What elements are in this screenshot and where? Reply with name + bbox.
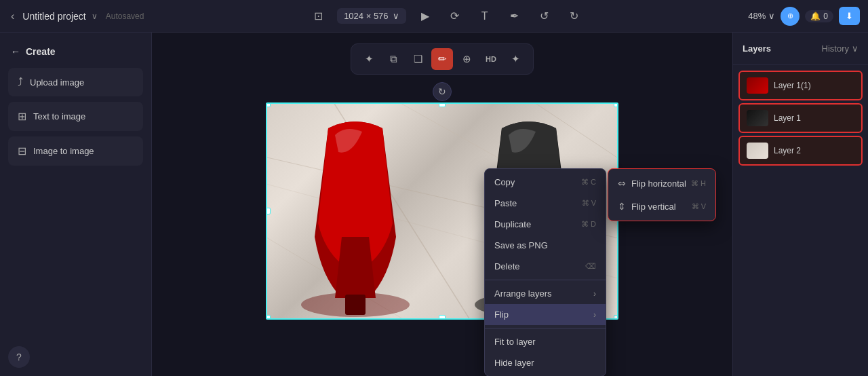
undo-icon[interactable]: ↺ [534, 5, 555, 27]
handle-top-left[interactable] [266, 102, 271, 107]
hd-tool[interactable]: HD [480, 48, 502, 70]
notif-count: 0 [823, 12, 828, 21]
create-label: Create [26, 46, 56, 57]
handle-top-center[interactable] [439, 102, 446, 107]
flip-vertical[interactable]: ⇕ Flip vertical ⌘ V [608, 195, 715, 218]
menu-divider-2 [485, 328, 606, 328]
main-area: ← Create ⤴ Upload image ⊞ Text to image … [0, 33, 868, 376]
topbar: ‹ Untitled project ∨ Autosaved ⊡ 1024 × … [0, 0, 868, 33]
layer-name-2: Layer 2 [774, 146, 801, 155]
context-hide-layer[interactable]: Hide layer [485, 352, 606, 373]
notif-icon: 🔔 [810, 12, 821, 21]
share-button[interactable]: ⊕ [781, 7, 800, 26]
image-to-image-button[interactable]: ⊟ Image to image [8, 136, 143, 166]
right-panel: Layers History ∨ Layer 1(1) Layer 1 Laye… [732, 33, 868, 376]
layer-thumb-1-1 [747, 77, 768, 94]
context-delete[interactable]: Delete ⌫ [485, 256, 606, 277]
svg-rect-7 [345, 295, 366, 315]
layer-item-2[interactable]: Layer 2 [738, 136, 863, 166]
copy-layers-tool[interactable]: ❏ [407, 48, 429, 70]
flip-horizontal-label: Flip horizontal [631, 178, 686, 189]
layers-list: Layer 1(1) Layer 1 Layer 2 [733, 65, 868, 171]
context-save-png[interactable]: Save as PNG [485, 235, 606, 256]
text-to-image-button[interactable]: ⊞ Text to image [8, 102, 143, 131]
handle-middle-left[interactable] [266, 208, 271, 214]
canvas-size-label: 1024 × 576 [344, 11, 388, 21]
left-panel: ← Create ⤴ Upload image ⊞ Text to image … [0, 33, 152, 376]
handle-bottom-left[interactable] [266, 315, 271, 320]
context-fit-to-layer[interactable]: Fit to layer [485, 331, 606, 352]
rotate-icon[interactable]: ⟳ [444, 5, 466, 27]
autosaved-label: Autosaved [106, 12, 144, 21]
history-chevron: ∨ [852, 43, 859, 54]
pen-tool[interactable]: ✏ [431, 48, 453, 70]
export-button[interactable]: ⬇ [839, 7, 860, 25]
flip-vertical-icon: ⇕ [618, 201, 626, 212]
context-arrange-layers[interactable]: Arrange layers › [485, 283, 606, 304]
resize-icon[interactable]: ⊡ [307, 5, 329, 27]
create-back-icon[interactable]: ← [11, 46, 20, 57]
redo-icon[interactable]: ↻ [564, 5, 585, 27]
flip-arrow: › [593, 310, 596, 320]
history-tab-label: History [822, 43, 849, 54]
context-duplicate[interactable]: Duplicate ⌘ D [485, 214, 606, 235]
refresh-button[interactable]: ↻ [433, 82, 452, 101]
fit-to-layer-label: Fit to layer [494, 337, 536, 347]
layers-tab[interactable]: Layers [743, 41, 771, 56]
handle-top-right[interactable] [614, 102, 618, 107]
zoom-button[interactable]: 48% ∨ [748, 11, 775, 21]
flip-submenu: ⇔ Flip horizontal ⌘ H ⇕ Flip vertical ⌘ … [608, 168, 716, 221]
paste-shortcut: ⌘ V [582, 199, 596, 208]
text-to-image-icon: ⊞ [18, 110, 26, 123]
magic-brush-tool[interactable]: ✦ [505, 48, 526, 70]
image-to-image-icon: ⊟ [18, 145, 26, 157]
delete-label: Delete [494, 261, 520, 271]
layer-name-1: Layer 1 [774, 113, 801, 123]
create-header: ← Create [8, 41, 143, 62]
copy-label: Copy [494, 177, 515, 187]
project-name-chevron[interactable]: ∨ [92, 12, 98, 21]
flip-vertical-shortcut: ⌘ V [692, 202, 706, 211]
play-button[interactable]: ▶ [414, 5, 436, 27]
layer-item-1[interactable]: Layer 1 [738, 103, 863, 133]
duplicate-label: Duplicate [494, 219, 531, 229]
topbar-right: 48% ∨ ⊕ 🔔 0 ⬇ [748, 7, 860, 26]
layer-thumb-2 [747, 143, 768, 159]
flip-horizontal[interactable]: ⇔ Flip horizontal ⌘ H [608, 172, 715, 195]
canvas-size-button[interactable]: 1024 × 576 ∨ [337, 8, 406, 24]
context-flip[interactable]: Flip › [485, 304, 606, 325]
eye-dropper-tool[interactable]: ⊕ [456, 48, 477, 70]
text-tool-icon[interactable]: T [474, 5, 496, 27]
topbar-center: ⊡ 1024 × 576 ∨ ▶ ⟳ T ✒ ↺ ↻ [149, 5, 743, 27]
image-to-image-label: Image to image [33, 146, 94, 156]
upload-image-button[interactable]: ⤴ Upload image [8, 68, 143, 96]
help-button[interactable]: ? [8, 346, 30, 368]
copy-shortcut: ⌘ C [581, 178, 596, 187]
notification-badge[interactable]: 🔔 0 [805, 10, 833, 22]
hide-layer-label: Hide layer [494, 358, 534, 368]
canvas-area[interactable]: ✦ ⧉ ❏ ✏ ⊕ HD ✦ ↻ [152, 33, 732, 376]
handle-bottom-center[interactable] [439, 315, 446, 320]
zoom-level: 48% [748, 11, 766, 21]
project-name: Untitled project [22, 11, 85, 22]
context-paste[interactable]: Paste ⌘ V [485, 193, 606, 214]
topbar-left: ‹ Untitled project ∨ Autosaved [8, 7, 144, 25]
upload-image-label: Upload image [30, 77, 84, 88]
context-copy[interactable]: Copy ⌘ C [485, 172, 606, 193]
back-button[interactable]: ‹ [8, 7, 17, 25]
arrange-layers-label: Arrange layers [494, 288, 552, 299]
canvas-toolbar: ✦ ⧉ ❏ ✏ ⊕ HD ✦ [351, 43, 534, 75]
menu-divider-1 [485, 280, 606, 280]
flip-horizontal-left: ⇔ Flip horizontal [618, 178, 686, 189]
delete-shortcut: ⌫ [585, 262, 596, 271]
save-png-label: Save as PNG [494, 240, 548, 250]
magic-wand-tool[interactable]: ✦ [358, 48, 380, 70]
zoom-chevron: ∨ [768, 11, 775, 21]
layer-thumb-1 [747, 110, 768, 126]
layers-tool[interactable]: ⧉ [382, 48, 404, 70]
arrange-layers-arrow: › [593, 289, 596, 299]
history-tab[interactable]: History ∨ [822, 41, 859, 56]
layer-item-1-1[interactable]: Layer 1(1) [738, 71, 863, 100]
handle-bottom-right[interactable] [614, 315, 618, 320]
pen-tool-icon[interactable]: ✒ [504, 5, 526, 27]
